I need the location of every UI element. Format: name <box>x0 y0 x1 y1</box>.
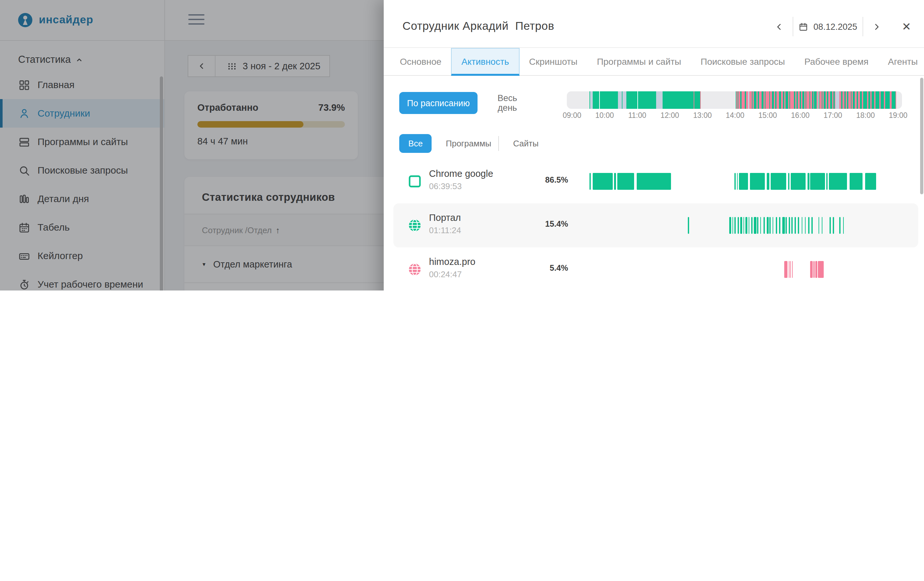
timeline-hour-label: 15:00 <box>758 111 777 119</box>
mode-all-day-button[interactable]: Весь день <box>485 92 530 114</box>
panel-title: Сотрудник Аркадий Петров <box>403 20 554 33</box>
timeline-segment <box>696 91 700 109</box>
activity-bar <box>791 173 805 190</box>
activity-bar <box>812 217 812 234</box>
app-row-портал[interactable]: Портал01:11:2415.4% <box>393 204 918 247</box>
divider <box>793 17 793 36</box>
activity-bar <box>784 261 787 278</box>
filter-all-button[interactable]: Все <box>399 134 432 153</box>
activity-bar <box>751 217 752 234</box>
timeline-segment <box>828 91 830 109</box>
activity-bar <box>734 217 735 234</box>
activity-bar <box>637 173 672 190</box>
activity-bar <box>754 217 756 234</box>
activity-bar <box>789 217 790 234</box>
app-percent: 5.4% <box>529 264 568 273</box>
panel-date-button[interactable]: 08.12.2025 <box>799 22 857 31</box>
timeline-segment <box>638 91 656 109</box>
activity-bar <box>746 217 747 234</box>
activity-bar <box>827 173 828 190</box>
divider <box>863 17 863 36</box>
activity-bar <box>788 173 790 190</box>
activity-bar <box>808 217 809 234</box>
timeline-hour-label: 18:00 <box>856 111 875 119</box>
timeline-segment <box>777 91 779 109</box>
timeline-segment <box>881 91 884 109</box>
tab-программы-и-сайты[interactable]: Программы и сайты <box>587 48 691 75</box>
employee-detail-panel: Сотрудник Аркадий Петров 08.12.2025 ✕ <box>384 0 924 290</box>
timeline-segment <box>807 91 810 109</box>
divider <box>498 136 499 151</box>
app-percent: 15.4% <box>529 220 568 228</box>
timeline-segment <box>772 91 774 109</box>
activity-bar <box>818 217 819 234</box>
activity-bar <box>815 261 817 278</box>
tab-активность[interactable]: Активность <box>451 48 519 76</box>
timeline-segment <box>853 91 855 109</box>
timeline-segment <box>863 91 867 109</box>
timeline-hour-label: 11:00 <box>628 111 647 119</box>
panel-date-label: 08.12.2025 <box>813 22 857 31</box>
activity-bar <box>760 217 761 234</box>
activity-bar <box>744 217 744 234</box>
timeline-hour-label: 14:00 <box>726 111 744 119</box>
panel-date-nav: 08.12.2025 ✕ <box>771 16 911 37</box>
timeline-hour-label: 13:00 <box>693 111 712 119</box>
activity-bar <box>789 261 789 278</box>
timeline-segment <box>766 91 769 109</box>
app-time: 06:39:53 <box>429 181 462 191</box>
tab-скриншоты[interactable]: Скриншоты <box>519 48 587 75</box>
app-percent: 86.5% <box>529 175 568 185</box>
activity-bar <box>732 217 733 234</box>
activity-bar <box>818 261 824 278</box>
tab-поисковые-запросы[interactable]: Поисковые запросы <box>691 48 795 75</box>
activity-bar <box>810 261 813 278</box>
panel-tabs: ОсновноеАктивностьСкриншотыПрограммы и с… <box>384 47 924 76</box>
filter-sites-button[interactable]: Сайты <box>504 134 548 153</box>
activity-bar <box>770 217 771 234</box>
panel-scrollbar[interactable] <box>920 41 923 290</box>
timeline-segment <box>875 91 879 109</box>
timeline-segment <box>656 91 662 109</box>
panel-scrollbar-thumb[interactable] <box>920 78 923 194</box>
app-activity-list: Chrome google06:39:5386.5%Портал01:11:24… <box>384 159 924 290</box>
activity-bar <box>807 173 809 190</box>
tab-рабочее-время[interactable]: Рабочее время <box>795 48 878 75</box>
calendar-icon <box>799 22 808 31</box>
app-row-himoza-pro[interactable]: himoza.pro00:24:475.4% <box>393 247 918 290</box>
timeline-segment <box>618 91 622 109</box>
timeline-hour-label: 12:00 <box>661 111 680 119</box>
chevron-right-icon <box>873 22 881 31</box>
tab-агенты[interactable]: Агенты <box>878 48 924 75</box>
activity-bar <box>813 261 815 278</box>
timeline-segment <box>814 91 817 109</box>
timeline-hour-label: 16:00 <box>791 111 810 119</box>
activity-bar <box>795 217 795 234</box>
timeline-segment <box>741 91 745 109</box>
mode-by-schedule-button[interactable]: По расписанию <box>399 92 477 114</box>
timeline-segment <box>780 91 783 109</box>
app-time: 01:11:24 <box>429 225 461 235</box>
activity-bar <box>779 217 780 234</box>
timeline-segment <box>754 91 756 109</box>
timeline-hour-label: 09:00 <box>563 111 581 119</box>
next-day-button[interactable] <box>868 22 885 31</box>
timeline-segment <box>592 91 599 109</box>
timeline-segment <box>797 91 800 109</box>
activity-bar <box>798 217 799 234</box>
activity-bar <box>805 217 806 234</box>
app-icon <box>408 174 422 189</box>
activity-bar <box>748 217 749 234</box>
day-activity-timeline <box>567 91 902 109</box>
app-row-chrome-google[interactable]: Chrome google06:39:5386.5% <box>393 159 918 204</box>
activity-bar <box>738 217 739 234</box>
timeline-segment <box>759 91 762 109</box>
filter-programs-button[interactable]: Программы <box>437 134 500 153</box>
timeline-hour-labels: 09:0010:0011:0012:0013:0014:0015:0016:00… <box>567 111 902 122</box>
timeline-segment <box>700 91 701 109</box>
close-icon[interactable]: ✕ <box>902 21 911 32</box>
activity-bar <box>865 173 876 190</box>
prev-day-button[interactable] <box>771 22 787 31</box>
app-activity-lane <box>567 261 902 278</box>
tab-основное[interactable]: Основное <box>390 48 451 75</box>
